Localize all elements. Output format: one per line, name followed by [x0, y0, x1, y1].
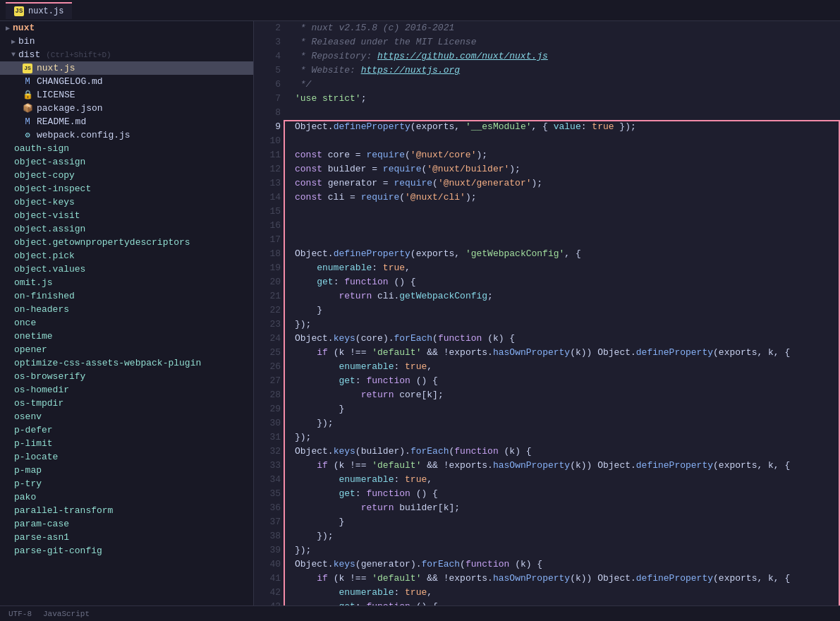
- code-line-5: * Website: https://nuxtjs.org: [295, 64, 840, 78]
- sidebar-item-p-try[interactable]: p-try: [0, 477, 253, 490]
- item-label: on-finished: [14, 291, 75, 301]
- sidebar-item-object-values[interactable]: object.values: [0, 263, 253, 276]
- sidebar-item-once[interactable]: once: [0, 316, 253, 330]
- status-bar: UTF-8 JavaScript: [0, 605, 840, 621]
- sidebar-item-osenv[interactable]: osenv: [0, 410, 253, 423]
- line-num-15: 15: [254, 205, 281, 219]
- item-label: parallel-transform: [14, 505, 113, 516]
- sidebar-root-nuxt[interactable]: ▶ nuxt: [0, 21, 253, 35]
- top-bar: JS nuxt.js: [0, 0, 840, 21]
- line-num-42: 42: [254, 586, 281, 600]
- line-num-4: 4: [254, 49, 281, 64]
- sidebar-item-on-finished[interactable]: on-finished: [0, 289, 253, 303]
- sidebar-item-p-defer[interactable]: p-defer: [0, 423, 253, 437]
- code-line-6: */: [295, 78, 840, 92]
- code-line-7: 'use strict';: [295, 92, 840, 106]
- line-num-39: 39: [254, 543, 281, 557]
- line-num-12: 12: [254, 162, 281, 176]
- item-label: object.assign: [14, 224, 85, 234]
- sidebar-item-p-locate[interactable]: p-locate: [0, 450, 253, 464]
- item-label: object-visit: [14, 210, 80, 221]
- item-label: object-keys: [14, 197, 75, 207]
- sidebar-item-object-pick[interactable]: object.pick: [0, 249, 253, 263]
- file-license[interactable]: 🔒 LICENSE: [0, 88, 253, 102]
- line-num-27: 27: [254, 374, 281, 388]
- file-changelog[interactable]: M CHANGELOG.md: [0, 75, 253, 88]
- item-label: object.pick: [14, 251, 75, 261]
- line-num-19: 19: [254, 261, 281, 275]
- code-line-41: if (k !== 'default' && !exports.hasOwnPr…: [295, 572, 840, 586]
- code-line-15: [295, 205, 840, 219]
- sidebar-item-omit-js[interactable]: omit.js: [0, 276, 253, 289]
- line-num-16: 16: [254, 219, 281, 233]
- file-package-json[interactable]: 📦 package.json: [0, 102, 253, 115]
- item-label: opener: [14, 344, 47, 355]
- code-line-26: enumerable: true,: [295, 360, 840, 374]
- code-line-10: [295, 134, 840, 148]
- folder-bin[interactable]: ▶ bin: [0, 35, 253, 48]
- sidebar-item-param-case[interactable]: param-case: [0, 517, 253, 531]
- line-num-33: 33: [254, 459, 281, 473]
- item-label: p-defer: [14, 425, 53, 435]
- line-num-41: 41: [254, 572, 281, 586]
- sidebar-item-onetime[interactable]: onetime: [0, 330, 253, 343]
- sidebar-item-object-copy[interactable]: object-copy: [0, 169, 253, 182]
- line-num-13: 13: [254, 176, 281, 191]
- code-line-42: enumerable: true,: [295, 586, 840, 600]
- root-label: nuxt: [13, 23, 35, 33]
- code-line-34: enumerable: true,: [295, 473, 840, 487]
- file-readme[interactable]: M README.md: [0, 115, 253, 128]
- line-num-22: 22: [254, 303, 281, 318]
- sidebar-item-object-assign[interactable]: object-assign: [0, 155, 253, 169]
- code-editor: 2 3 4 5 6 7 8 9 10 11 12 13 14 15 16 17 …: [254, 21, 840, 605]
- sidebar-item-parse-asn1[interactable]: parse-asn1: [0, 531, 253, 544]
- item-label: omit.js: [14, 277, 53, 288]
- item-label: os-browserify: [14, 371, 85, 382]
- sidebar-item-object-visit[interactable]: object-visit: [0, 209, 253, 222]
- file-webpack-config[interactable]: ⚙ webpack.config.js: [0, 128, 253, 142]
- sidebar-item-object-inspect[interactable]: object-inspect: [0, 182, 253, 195]
- file-nuxt-js[interactable]: JS nuxt.js: [0, 61, 253, 75]
- code-line-36: return builder[k];: [295, 501, 840, 515]
- sidebar-item-parse-git-config[interactable]: parse-git-config: [0, 544, 253, 557]
- line-num-38: 38: [254, 529, 281, 543]
- sidebar-item-parallel-transform[interactable]: parallel-transform: [0, 504, 253, 517]
- item-label: object-assign: [14, 157, 85, 167]
- sidebar-item-pako[interactable]: pako: [0, 490, 253, 504]
- code-line-25: if (k !== 'default' && !exports.hasOwnPr…: [295, 346, 840, 360]
- folder-dist[interactable]: ▼ dist (Ctrl+Shift+D): [0, 48, 253, 61]
- active-tab[interactable]: JS nuxt.js: [6, 2, 72, 19]
- sidebar-item-object-getownpropertydescriptors[interactable]: object.getownpropertydescriptors: [0, 236, 253, 249]
- sidebar-item-os-homedir[interactable]: os-homedir: [0, 383, 253, 397]
- sidebar-item-optimize-css[interactable]: optimize-css-assets-webpack-plugin: [0, 356, 253, 370]
- code-line-12: const builder = require('@nuxt/builder')…: [295, 162, 840, 176]
- code-line-23: });: [295, 318, 840, 332]
- status-encoding: UTF-8: [8, 610, 32, 618]
- code-line-22: }: [295, 303, 840, 318]
- code-line-43: get: function () {: [295, 600, 840, 605]
- sidebar-item-opener[interactable]: opener: [0, 343, 253, 356]
- sidebar-item-on-headers[interactable]: on-headers: [0, 303, 253, 316]
- sidebar-item-object-keys[interactable]: object-keys: [0, 195, 253, 209]
- sidebar-item-oauth-sign[interactable]: oauth-sign: [0, 142, 253, 155]
- sidebar-item-object-assign2[interactable]: object.assign: [0, 222, 253, 236]
- item-label: optimize-css-assets-webpack-plugin: [14, 358, 201, 368]
- sidebar-item-os-tmpdir[interactable]: os-tmpdir: [0, 397, 253, 410]
- item-label: onetime: [14, 331, 53, 342]
- sidebar-item-p-limit[interactable]: p-limit: [0, 437, 253, 450]
- line-num-35: 35: [254, 487, 281, 501]
- line-num-43: 43: [254, 600, 281, 605]
- line-num-6: 6: [254, 78, 281, 92]
- code-container: 2 3 4 5 6 7 8 9 10 11 12 13 14 15 16 17 …: [254, 21, 840, 605]
- folder-bin-label: bin: [18, 36, 35, 47]
- line-num-26: 26: [254, 360, 281, 374]
- code-line-3: * Released under the MIT License: [295, 35, 840, 49]
- sidebar-item-os-browserify[interactable]: os-browserify: [0, 370, 253, 383]
- line-num-30: 30: [254, 416, 281, 430]
- json-icon: 📦: [23, 103, 32, 114]
- line-num-40: 40: [254, 557, 281, 572]
- line-num-11: 11: [254, 148, 281, 162]
- sidebar[interactable]: ▶ nuxt ▶ bin ▼ dist (Ctrl+Shift+D) JS nu…: [0, 21, 254, 605]
- webpack-icon: ⚙: [23, 130, 32, 140]
- sidebar-item-p-map[interactable]: p-map: [0, 464, 253, 477]
